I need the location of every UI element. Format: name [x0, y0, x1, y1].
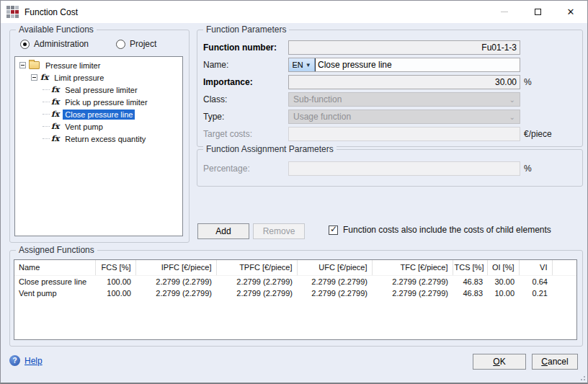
maximize-icon — [535, 9, 541, 15]
target-costs-suffix: €/piece — [524, 129, 552, 139]
table-cell: 10.00 — [487, 287, 519, 299]
assigned-functions-title: Assigned Functions — [16, 245, 97, 255]
maximize-button[interactable] — [521, 1, 554, 23]
table-cell: 46.83 — [453, 276, 487, 288]
tree-item-label[interactable]: Seal pressure limiter — [63, 85, 139, 95]
tree-item-label[interactable]: Limit pressure — [52, 73, 106, 83]
table-cell — [552, 276, 577, 288]
available-functions-group: Available Functions Administration Proje… — [9, 30, 190, 243]
table-cell: 100.00 — [95, 276, 135, 288]
column-header[interactable]: TFC [€/piece] — [372, 260, 453, 276]
tree-item[interactable]: fxSeal pressure limiter — [15, 84, 182, 96]
add-button[interactable]: Add — [197, 223, 249, 239]
type-value: Usage function — [293, 112, 351, 122]
function-cost-dialog: Function Cost ✕ Available Functions Admi… — [0, 0, 588, 384]
close-icon: ✕ — [567, 7, 575, 17]
tree-item[interactable]: fxPick up pressure limiter — [15, 96, 182, 108]
table-cell: 0.21 — [519, 287, 552, 299]
column-header[interactable] — [552, 260, 577, 276]
folder-icon — [29, 61, 40, 69]
class-value: Sub-function — [293, 94, 342, 104]
tree-item[interactable]: fxLimit pressure — [15, 71, 182, 84]
table-cell — [552, 287, 577, 299]
radio-circle — [116, 40, 125, 49]
tree-item-label[interactable]: Return excess quantity — [63, 134, 148, 144]
table-cell: 2.2799 (2.2799) — [297, 276, 372, 288]
table-cell: 30.00 — [487, 276, 519, 288]
tree-item-label[interactable]: Vent pump — [63, 122, 105, 132]
tree-item-label[interactable]: Close pressure line — [63, 110, 135, 120]
help-area: ? Help — [9, 355, 43, 366]
minimize-button — [488, 1, 521, 23]
assigned-functions-group: Assigned Functions NameFCS [%]IPFC [€/pi… — [9, 250, 583, 347]
available-functions-title: Available Functions — [16, 24, 97, 35]
table-row[interactable]: Close pressure line100.002.2799 (2.2799)… — [14, 276, 577, 288]
table-cell: 2.2799 (2.2799) — [297, 287, 372, 299]
name-field[interactable]: EN ▼ Close pressure line — [288, 58, 520, 72]
tree-item[interactable]: fxVent pump — [15, 120, 182, 133]
tree-item[interactable]: fxReturn excess quantity — [15, 133, 182, 145]
tree-item[interactable]: fxClose pressure line — [15, 108, 182, 120]
language-value: EN — [292, 61, 303, 69]
radio-administration[interactable]: Administration — [20, 39, 89, 49]
table-cell: 2.2799 (2.2799) — [135, 276, 216, 288]
function-icon: fx — [51, 122, 59, 131]
function-icon: fx — [51, 97, 59, 107]
type-dropdown: Usage function ⌄ — [288, 110, 520, 124]
chevron-down-icon: ⌄ — [509, 96, 515, 104]
percentage-label: Percentage: — [203, 164, 250, 174]
column-header[interactable]: Name — [14, 260, 95, 276]
table-cell: Vent pump — [14, 287, 95, 299]
column-header[interactable]: TCS [%] — [453, 260, 487, 276]
function-number-field[interactable]: Fu01-1-3 — [288, 40, 520, 55]
tree-item-label[interactable]: Pressure limiter — [43, 61, 102, 71]
close-button[interactable]: ✕ — [554, 1, 587, 23]
name-label: Name: — [203, 60, 228, 70]
tree-connector — [43, 102, 50, 102]
name-value: Close pressure line — [315, 58, 392, 71]
function-parameters-group: Function Parameters Function number: Fu0… — [197, 30, 583, 147]
function-icon: fx — [51, 110, 59, 119]
function-assignment-parameters-group: Function Assignment Parameters Percentag… — [197, 149, 583, 187]
importance-label: Importance: — [203, 77, 253, 87]
help-link[interactable]: Help — [24, 356, 43, 366]
table-cell: 46.83 — [453, 287, 487, 299]
importance-suffix: % — [524, 77, 532, 87]
cancel-button[interactable]: Cancel — [532, 354, 578, 370]
app-icon — [6, 6, 19, 18]
class-dropdown: Sub-function ⌄ — [288, 92, 520, 107]
column-header[interactable]: FCS [%] — [95, 260, 135, 276]
tree-expander-icon[interactable] — [31, 74, 37, 81]
assigned-functions-table: NameFCS [%]IPFC [€/piece]TPFC [€/piece]U… — [14, 259, 577, 340]
function-parameters-title: Function Parameters — [203, 24, 289, 35]
language-dropdown[interactable]: EN ▼ — [289, 58, 315, 71]
title-bar: Function Cost ✕ — [1, 1, 587, 23]
include-child-costs-checkbox[interactable] — [329, 226, 338, 235]
function-tree[interactable]: Pressure limiterfxLimit pressurefxSeal p… — [14, 56, 183, 236]
resize-grip[interactable] — [579, 375, 585, 380]
table-cell: 2.2799 (2.2799) — [135, 287, 216, 299]
table-cell: Close pressure line — [14, 276, 95, 288]
ok-button[interactable]: OK — [473, 354, 526, 370]
chevron-down-icon: ▼ — [306, 62, 311, 68]
tree-expander-icon[interactable] — [19, 62, 26, 68]
column-header[interactable]: TPFC [€/piece] — [216, 260, 297, 276]
percentage-suffix: % — [524, 164, 532, 174]
column-header[interactable]: UFC [€/piece] — [297, 260, 372, 276]
importance-field[interactable]: 30.00 — [288, 75, 520, 89]
window-title: Function Cost — [24, 7, 78, 17]
tree-item-label[interactable]: Pick up pressure limiter — [63, 97, 149, 107]
percentage-field — [288, 161, 520, 176]
type-label: Type: — [203, 112, 224, 122]
table-row[interactable]: Vent pump100.002.2799 (2.2799)2.2799 (2.… — [14, 287, 577, 299]
column-header[interactable]: IPFC [€/piece] — [135, 260, 216, 276]
table-cell: 100.00 — [95, 287, 135, 299]
column-header[interactable]: OI [%] — [487, 260, 519, 276]
help-icon: ? — [9, 355, 20, 366]
table-cell: 2.2799 (2.2799) — [216, 276, 297, 288]
function-assignment-parameters-title: Function Assignment Parameters — [203, 144, 337, 154]
radio-project[interactable]: Project — [116, 39, 156, 49]
chevron-down-icon: ⌄ — [509, 113, 515, 121]
tree-item[interactable]: Pressure limiter — [15, 59, 182, 71]
column-header[interactable]: VI — [519, 260, 552, 276]
